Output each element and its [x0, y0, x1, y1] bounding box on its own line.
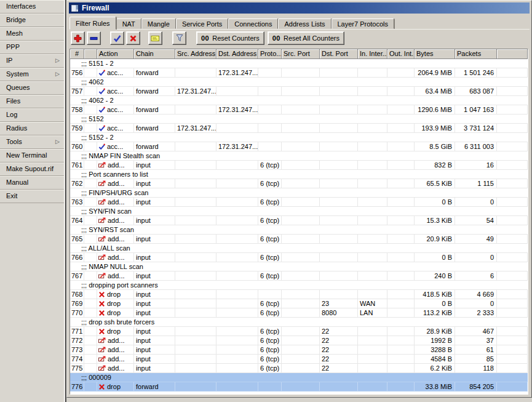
sidebar-item-files[interactable]: Files: [0, 95, 64, 108]
sidebar-item-manual[interactable]: Manual: [0, 176, 64, 190]
comment-row[interactable]: ;;; FIN/PSH/URG scan: [70, 188, 528, 198]
rule-row-770[interactable]: 770dropinput6 (tcp)8080LAN113.2 KiB2 333: [70, 308, 528, 318]
rule-dst: [216, 124, 258, 132]
rule-packets: 1 501 246: [455, 68, 497, 77]
comment-row[interactable]: ;;; 000009: [70, 373, 528, 382]
comment-row[interactable]: ;;; 5152: [70, 115, 528, 124]
sidebar-item-system[interactable]: System▷: [0, 68, 64, 81]
column-header-chain[interactable]: Chain: [134, 49, 175, 59]
reset-counters-label: Reset Counters: [212, 34, 259, 42]
rule-row-764[interactable]: 764add...input6 (tcp)15.3 KiB54: [70, 216, 528, 225]
comment-row[interactable]: ;;; SYN/FIN scan: [70, 207, 528, 216]
column-header-bytes[interactable]: Bytes: [415, 49, 455, 59]
comment-row[interactable]: ;;; SYN/RST scan: [70, 225, 528, 235]
tab-address-lists[interactable]: Address Lists: [278, 18, 331, 29]
tab-mangle[interactable]: Mangle: [141, 18, 176, 29]
rule-bytes: 832 B: [415, 161, 455, 169]
rule-row-765[interactable]: 765add...input6 (tcp)20.9 KiB49: [70, 235, 528, 244]
comment-row[interactable]: ;;; 4062 - 2: [70, 96, 528, 105]
rule-packets: 37: [455, 336, 497, 345]
window-titlebar[interactable]: Firewall: [69, 2, 530, 14]
column-header-src-port[interactable]: Src. Port: [282, 49, 320, 59]
rule-row-760[interactable]: 760acc...forward172.31.247...8.5 GiB6 31…: [70, 142, 528, 151]
rule-row-773[interactable]: 773add...input6 (tcp)223288 B61: [70, 345, 528, 355]
column-header-packets[interactable]: Packets: [455, 49, 497, 59]
sidebar-item-exit[interactable]: Exit: [0, 190, 64, 203]
comment-row[interactable]: ;;; 4062: [70, 78, 528, 87]
sidebar-item-interfaces[interactable]: Interfaces: [0, 0, 64, 14]
sidebar-item-label: System: [6, 68, 55, 81]
rule-row-758[interactable]: 758acc...forward172.31.247...1290.6 MiB1…: [70, 105, 528, 115]
sidebar-item-radius[interactable]: Radius: [0, 122, 64, 135]
tab-service-ports[interactable]: Service Ports: [176, 18, 228, 29]
tab-filter-rules[interactable]: Filter Rules: [69, 17, 116, 30]
rule-row-771[interactable]: 771dropinput6 (tcp)2228.9 KiB467: [70, 327, 528, 336]
column-header-action[interactable]: Action: [97, 49, 134, 59]
sidebar-item-ppp[interactable]: PPP: [0, 41, 64, 54]
rule-dst: 172.31.247...: [216, 105, 258, 114]
tab-nat[interactable]: NAT: [116, 18, 141, 29]
sidebar-item-queues[interactable]: Queues: [0, 81, 64, 95]
column-header-dst-port[interactable]: Dst. Port: [320, 49, 358, 59]
rule-row-769[interactable]: 769dropinput6 (tcp)23WAN0 B0: [70, 299, 528, 308]
rule-inif: [358, 345, 387, 354]
column-header-src-address[interactable]: Src. Address: [175, 49, 216, 59]
rule-row-762[interactable]: 762add...input6 (tcp)65.5 KiB1 115: [70, 179, 528, 188]
column-header-out-int-[interactable]: Out. Int...: [387, 49, 415, 59]
rule-row-766[interactable]: 766add...input6 (tcp)0 B0: [70, 253, 528, 262]
rule-row-756[interactable]: 756acc...forward172.31.247...2064.9 MiB1…: [70, 68, 528, 78]
column-header-blank-1[interactable]: [84, 49, 97, 59]
rule-row-757[interactable]: 757acc...forward172.31.247...63.4 MiB683…: [70, 87, 528, 96]
rule-row-775[interactable]: 775add...input6 (tcp)226.2 KiB118: [70, 364, 528, 373]
remove-rule-button[interactable]: [87, 31, 101, 45]
spacer-cell: [497, 142, 528, 151]
rule-row-768[interactable]: 768dropinput418.5 KiB4 669: [70, 290, 528, 299]
rule-row-767[interactable]: 767add...input6 (tcp)240 B6: [70, 271, 528, 281]
add-to-list-icon: [98, 254, 106, 260]
tab-connections[interactable]: Connections: [228, 18, 278, 29]
sidebar-item-new-terminal[interactable]: New Terminal: [0, 149, 64, 163]
enable-rule-button[interactable]: [110, 31, 124, 45]
add-rule-button[interactable]: [71, 31, 85, 45]
rule-row-761[interactable]: 761add...input6 (tcp)832 B16: [70, 161, 528, 170]
sidebar-item-label: Make Supout.rif: [6, 163, 62, 175]
rule-row-759[interactable]: 759acc...forward172.31.247...193.9 MiB3 …: [70, 124, 528, 133]
spacer-cell: [84, 105, 97, 114]
rule-row-772[interactable]: 772add...input6 (tcp)221992 B37: [70, 336, 528, 345]
column-header-in-inter-[interactable]: In. Inter...: [358, 49, 387, 59]
sidebar-item-bridge[interactable]: Bridge: [0, 14, 64, 27]
sidebar-item-make-supout-rif[interactable]: Make Supout.rif: [0, 163, 64, 176]
sidebar-item-log[interactable]: Log: [0, 108, 64, 122]
rule-row-776[interactable]: 776dropforward33.8 MiB854 205: [70, 382, 528, 392]
column-header-#[interactable]: #: [70, 49, 84, 59]
reset-counters-button[interactable]: 00 Reset Counters: [196, 31, 264, 45]
sidebar-item-ip[interactable]: IP▷: [0, 54, 64, 68]
spacer-cell: [84, 161, 97, 169]
rule-row-774[interactable]: 774add...input6 (tcp)224584 B85: [70, 355, 528, 364]
sidebar-item-label: Tools: [6, 135, 55, 148]
column-header-proto-[interactable]: Proto...: [258, 49, 282, 59]
sidebar-item-tools[interactable]: Tools▷: [0, 135, 64, 149]
filter-button[interactable]: [172, 31, 186, 45]
disable-rule-button[interactable]: [126, 31, 140, 45]
comment-row[interactable]: ;;; dropping port scanners: [70, 281, 528, 290]
comment-row[interactable]: ;;; NMAP FIN Stealth scan: [70, 151, 528, 161]
rule-proto: 6 (tcp): [258, 336, 282, 345]
column-header-dst-address[interactable]: Dst. Address: [216, 49, 258, 59]
sidebar-item-mesh[interactable]: Mesh: [0, 27, 64, 41]
rule-proto: 6 (tcp): [258, 198, 282, 206]
tab-layer7-protocols[interactable]: Layer7 Protocols: [332, 18, 395, 29]
comment-row[interactable]: ;;; 5151 - 2: [70, 59, 528, 68]
comment-button[interactable]: [148, 31, 162, 45]
rule-sport: [282, 68, 320, 77]
rule-bytes: 4584 B: [415, 355, 455, 363]
column-header-blank-13[interactable]: [497, 49, 528, 59]
comment-row[interactable]: ;;; NMAP NULL scan: [70, 262, 528, 271]
comment-row[interactable]: ;;; ALL/ALL scan: [70, 244, 528, 253]
drop-cross-icon: [98, 300, 105, 307]
rule-row-763[interactable]: 763add...input6 (tcp)0 B0: [70, 198, 528, 207]
reset-all-counters-button[interactable]: 00 Reset All Counters: [268, 31, 344, 45]
comment-row[interactable]: ;;; Port scanners to list: [70, 170, 528, 179]
comment-row[interactable]: ;;; drop ssh brute forcers: [70, 318, 528, 327]
comment-row[interactable]: ;;; 5152 - 2: [70, 133, 528, 142]
